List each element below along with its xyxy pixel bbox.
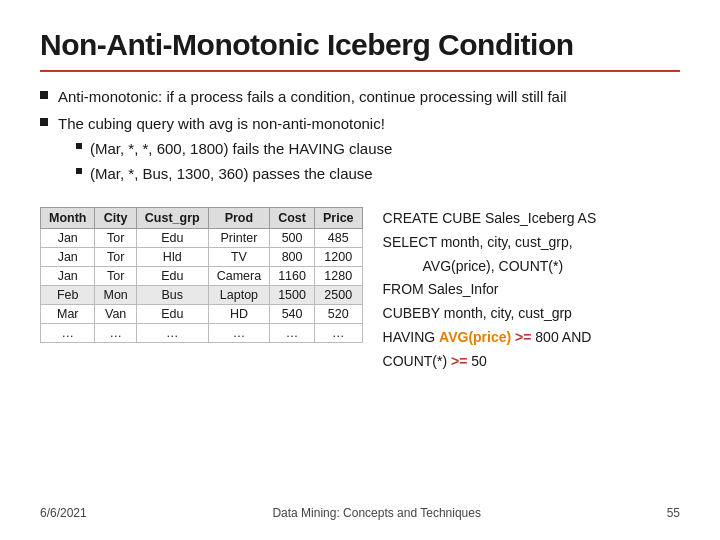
table-row: ……………… — [41, 324, 363, 343]
bullet-icon-2 — [40, 118, 48, 126]
code-block: CREATE CUBE Sales_Iceberg AS SELECT mont… — [383, 207, 680, 498]
code-50: 50 — [471, 353, 487, 369]
sub-bullet-1: (Mar, *, *, 600, 1800) fails the HAVING … — [76, 138, 392, 161]
code-line-3: AVG(price), COUNT(*) — [423, 255, 680, 279]
code-line-6: HAVING AVG(price) >= 800 AND — [383, 326, 680, 350]
page-title: Non-Anti-Monotonic Iceberg Condition — [40, 28, 680, 62]
table-cell: Edu — [136, 229, 208, 248]
table-cell: Tor — [95, 229, 136, 248]
data-table: Month City Cust_grp Prod Cost Price JanT… — [40, 207, 363, 343]
bullet-1-text: Anti-monotonic: if a process fails a con… — [58, 86, 567, 109]
code-line-1: CREATE CUBE Sales_Iceberg AS — [383, 207, 680, 231]
table-cell: HD — [208, 305, 269, 324]
footer-date: 6/6/2021 — [40, 506, 87, 520]
col-price: Price — [314, 208, 362, 229]
table-cell: Jan — [41, 229, 95, 248]
table-cell: Mon — [95, 286, 136, 305]
table-cell: … — [270, 324, 315, 343]
sub-bullet-1-text: (Mar, *, *, 600, 1800) fails the HAVING … — [90, 138, 392, 161]
table-cell: 1200 — [314, 248, 362, 267]
table-cell: Jan — [41, 267, 95, 286]
code-avg-price: AVG(price) — [439, 329, 511, 345]
table-cell: Tor — [95, 267, 136, 286]
slide: Non-Anti-Monotonic Iceberg Condition Ant… — [0, 0, 720, 540]
table-cell: Edu — [136, 267, 208, 286]
sub-bullet-2-text: (Mar, *, Bus, 1300, 360) passes the clau… — [90, 163, 373, 186]
code-line-4: FROM Sales_Infor — [383, 278, 680, 302]
table-cell: Jan — [41, 248, 95, 267]
bullet-2: The cubing query with avg is non-anti-mo… — [40, 113, 680, 188]
sub-bullet-icon-2 — [76, 168, 82, 174]
table-cell: 500 — [270, 229, 315, 248]
bullets-section: Anti-monotonic: if a process fails a con… — [40, 86, 680, 191]
col-custgrp: Cust_grp — [136, 208, 208, 229]
table-cell: Van — [95, 305, 136, 324]
code-line-5: CUBEBY month, city, cust_grp — [383, 302, 680, 326]
table-cell: 800 — [270, 248, 315, 267]
table-cell: 1160 — [270, 267, 315, 286]
table-cell: 540 — [270, 305, 315, 324]
title-divider — [40, 70, 680, 72]
footer-page: 55 — [667, 506, 680, 520]
table-row: JanTorHldTV8001200 — [41, 248, 363, 267]
table-container: Month City Cust_grp Prod Cost Price JanT… — [40, 207, 363, 498]
table-cell: Mar — [41, 305, 95, 324]
table-cell: Laptop — [208, 286, 269, 305]
table-cell: 520 — [314, 305, 362, 324]
col-cost: Cost — [270, 208, 315, 229]
code-gte-op: >= — [511, 329, 535, 345]
col-prod: Prod — [208, 208, 269, 229]
table-cell: 485 — [314, 229, 362, 248]
code-count: COUNT(*) — [383, 353, 448, 369]
table-cell: Edu — [136, 305, 208, 324]
code-gte-op2: >= — [447, 353, 471, 369]
table-cell: Bus — [136, 286, 208, 305]
table-cell: Tor — [95, 248, 136, 267]
table-row: FebMonBusLaptop15002500 — [41, 286, 363, 305]
footer-center: Data Mining: Concepts and Techniques — [87, 506, 667, 520]
code-having-label: HAVING — [383, 329, 440, 345]
table-header-row: Month City Cust_grp Prod Cost Price — [41, 208, 363, 229]
table-cell: 1500 — [270, 286, 315, 305]
content-area: Month City Cust_grp Prod Cost Price JanT… — [40, 207, 680, 498]
table-cell: … — [41, 324, 95, 343]
footer: 6/6/2021 Data Mining: Concepts and Techn… — [40, 506, 680, 520]
bullet-1: Anti-monotonic: if a process fails a con… — [40, 86, 680, 109]
table-cell: TV — [208, 248, 269, 267]
table-row: MarVanEduHD540520 — [41, 305, 363, 324]
table-cell: … — [95, 324, 136, 343]
bullet-2-text: The cubing query with avg is non-anti-mo… — [58, 115, 385, 132]
code-line-2: SELECT month, city, cust_grp, — [383, 231, 680, 255]
table-row: JanTorEduCamera11601280 — [41, 267, 363, 286]
sub-bullet-icon-1 — [76, 143, 82, 149]
sub-bullets: (Mar, *, *, 600, 1800) fails the HAVING … — [76, 138, 392, 185]
table-cell: 1280 — [314, 267, 362, 286]
code-800: 800 — [535, 329, 558, 345]
code-and: AND — [559, 329, 592, 345]
table-cell: … — [136, 324, 208, 343]
table-cell: Camera — [208, 267, 269, 286]
sub-bullet-2: (Mar, *, Bus, 1300, 360) passes the clau… — [76, 163, 392, 186]
table-cell: Hld — [136, 248, 208, 267]
bullet-icon-1 — [40, 91, 48, 99]
table-cell: … — [314, 324, 362, 343]
table-cell: Printer — [208, 229, 269, 248]
table-cell: Feb — [41, 286, 95, 305]
table-cell: … — [208, 324, 269, 343]
col-city: City — [95, 208, 136, 229]
table-cell: 2500 — [314, 286, 362, 305]
code-line-7: COUNT(*) >= 50 — [383, 350, 680, 374]
col-month: Month — [41, 208, 95, 229]
table-row: JanTorEduPrinter500485 — [41, 229, 363, 248]
